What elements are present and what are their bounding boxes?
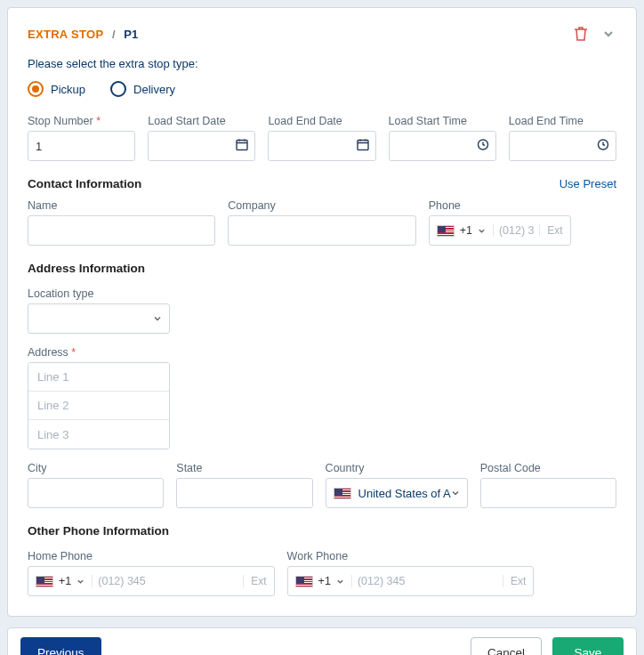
load-start-date-label: Load Start Date [148, 115, 255, 127]
breadcrumb-sep: / [112, 28, 116, 41]
state-input[interactable] [176, 478, 312, 508]
chevron-down-icon [478, 227, 486, 235]
load-end-date-input[interactable] [268, 131, 375, 161]
phone-country-selector[interactable]: +1 [430, 224, 494, 237]
flag-us-icon [334, 488, 351, 499]
footer-right-group: Cancel Save [471, 637, 624, 655]
phone-input-group: +1 Ext [429, 215, 571, 246]
chevron-down-icon [451, 489, 460, 497]
address-section-title: Address Information [28, 262, 616, 275]
load-end-time-label: Load End Time [509, 115, 616, 127]
load-start-time-label: Load Start Time [389, 115, 496, 127]
country-label: Country [326, 462, 468, 474]
chevron-down-icon [602, 28, 615, 40]
address-label: Address [28, 346, 616, 359]
breadcrumb-main: EXTRA STOP [28, 28, 103, 41]
field-address: Address [28, 346, 616, 449]
flag-us-icon [437, 225, 455, 237]
chevron-down-icon [76, 578, 85, 586]
home-phone-input[interactable] [93, 575, 243, 587]
radio-pickup-label: Pickup [51, 83, 85, 96]
field-load-end-date: Load End Date [268, 115, 375, 161]
schedule-row: Stop Number Load Start Date Load End Dat… [28, 115, 616, 161]
collapse-button[interactable] [600, 26, 616, 42]
field-state: State [176, 462, 312, 508]
stop-type-radio-group: Pickup Delivery [28, 81, 616, 97]
radio-delivery-label: Delivery [133, 83, 175, 96]
phone-number-input[interactable] [494, 224, 539, 237]
field-company: Company [228, 199, 415, 246]
load-end-date-label: Load End Date [268, 115, 375, 127]
work-phone-group: +1 Ext [287, 566, 535, 596]
chevron-down-icon [336, 578, 344, 586]
field-work-phone: Work Phone +1 Ext [287, 550, 535, 596]
breadcrumb: EXTRA STOP / P1 [28, 28, 138, 41]
home-phone-cc: +1 [59, 575, 71, 587]
state-label: State [176, 462, 312, 474]
stop-number-label: Stop Number [28, 115, 135, 127]
load-start-time-input[interactable] [389, 131, 496, 161]
header-actions [572, 24, 616, 44]
country-value: United States of A [358, 487, 451, 500]
flag-us-icon [36, 576, 53, 587]
location-type-label: Location type [28, 287, 616, 300]
work-phone-ext: Ext [503, 575, 533, 587]
breadcrumb-page: P1 [124, 28, 138, 41]
address-row2: City State Country United States of A Po… [28, 462, 616, 508]
postal-input[interactable] [480, 478, 616, 508]
radio-circle-icon [28, 81, 44, 97]
other-phone-row: Home Phone +1 Ext Work Phone +1 [28, 550, 616, 596]
radio-circle-icon [110, 81, 126, 97]
use-preset-link[interactable]: Use Preset [559, 177, 616, 190]
flag-us-icon [295, 576, 313, 587]
field-phone: Phone +1 Ext [429, 199, 616, 246]
cancel-button[interactable]: Cancel [471, 637, 542, 655]
work-phone-input[interactable] [352, 575, 503, 587]
company-label: Company [228, 199, 415, 212]
other-phone-section-title: Other Phone Information [28, 524, 616, 538]
radio-delivery[interactable]: Delivery [110, 81, 175, 97]
extra-stop-card: EXTRA STOP / P1 Please select the extra … [7, 7, 637, 617]
postal-label: Postal Code [480, 462, 616, 474]
field-home-phone: Home Phone +1 Ext [28, 550, 275, 596]
address-line3-input[interactable] [28, 420, 169, 449]
phone-ext-label: Ext [539, 224, 569, 237]
field-country: Country United States of A [326, 462, 468, 508]
stop-type-prompt: Please select the extra stop type: [28, 56, 205, 72]
field-city: City [28, 462, 164, 508]
address-lines-group [28, 362, 170, 449]
trash-icon [574, 26, 588, 42]
work-phone-label: Work Phone [287, 550, 535, 562]
field-location-type: Location type [28, 287, 616, 334]
work-phone-country-selector[interactable]: +1 [288, 575, 352, 587]
field-name: Name [28, 199, 215, 246]
load-start-date-input[interactable] [148, 131, 255, 161]
field-postal: Postal Code [480, 462, 616, 508]
field-load-start-time: Load Start Time [389, 115, 496, 161]
home-phone-country-selector[interactable]: +1 [28, 575, 93, 587]
city-input[interactable] [28, 478, 164, 508]
field-stop-number: Stop Number [28, 115, 135, 161]
city-label: City [28, 462, 164, 474]
address-line1-input[interactable] [28, 363, 169, 392]
location-type-select[interactable] [28, 303, 170, 334]
load-end-time-input[interactable] [509, 131, 616, 161]
delete-button[interactable] [572, 24, 590, 44]
stop-number-input[interactable] [28, 131, 135, 161]
company-input[interactable] [228, 215, 415, 246]
footer-bar: Previous Cancel Save [7, 627, 637, 655]
previous-button[interactable]: Previous [20, 637, 101, 655]
field-load-end-time: Load End Time [509, 115, 616, 161]
work-phone-cc: +1 [318, 575, 331, 587]
contact-row: Name Company Phone +1 Ext [28, 199, 616, 246]
country-select[interactable]: United States of A [326, 478, 468, 508]
save-button[interactable]: Save [552, 637, 624, 655]
card-header: EXTRA STOP / P1 [28, 24, 616, 44]
phone-label: Phone [429, 199, 616, 212]
name-input[interactable] [28, 215, 215, 246]
name-label: Name [28, 199, 215, 212]
field-load-start-date: Load Start Date [148, 115, 255, 161]
radio-pickup[interactable]: Pickup [28, 81, 85, 97]
phone-cc-text: +1 [460, 224, 472, 237]
address-line2-input[interactable] [28, 392, 169, 420]
